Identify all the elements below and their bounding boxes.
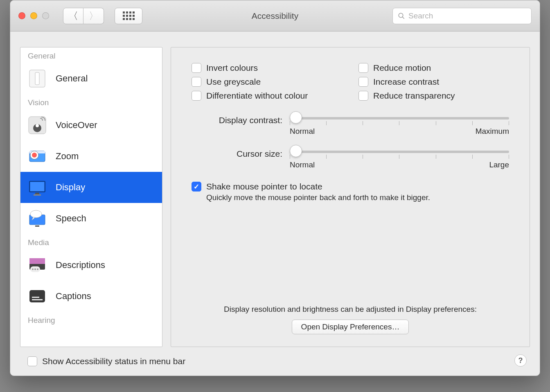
- close-window-button[interactable]: [18, 12, 25, 19]
- svg-rect-25: [32, 297, 39, 298]
- footer-text: Display resolution and brightness can be…: [171, 305, 530, 314]
- svg-point-10: [32, 153, 37, 158]
- menubar-status-checkbox[interactable]: [27, 356, 37, 366]
- cursor-size-slider[interactable]: Normal Large: [290, 148, 509, 169]
- cursor-min-label: Normal: [290, 160, 315, 169]
- increase-contrast-row: Increase contrast: [358, 77, 509, 87]
- greyscale-row: Use greyscale: [192, 77, 342, 87]
- sidebar-item-display[interactable]: Display: [20, 172, 162, 203]
- shake-block: Shake mouse pointer to locate Quickly mo…: [192, 182, 509, 202]
- shake-row: Shake mouse pointer to locate: [192, 182, 509, 191]
- sidebar-item-label: General: [56, 73, 88, 84]
- invert-colours-row: Invert colours: [192, 63, 342, 73]
- search-icon: [398, 12, 405, 20]
- sidebar-item-speech[interactable]: Speech: [20, 203, 162, 234]
- window-title: Accessibility: [252, 11, 298, 21]
- sidebar-item-label: Descriptions: [56, 260, 105, 270]
- open-display-preferences-button[interactable]: Open Display Preferences…: [292, 320, 409, 334]
- show-all-button[interactable]: [115, 8, 142, 24]
- back-button[interactable]: 〈: [63, 8, 83, 24]
- contrast-max-label: Maximum: [476, 127, 509, 136]
- sidebar-item-label: Speech: [56, 213, 86, 224]
- svg-rect-24: [29, 290, 45, 302]
- menubar-status-row: Show Accessibility status in menu bar: [27, 356, 185, 366]
- cursor-size-row: Cursor size: Normal Large: [200, 148, 509, 169]
- cursor-max-label: Large: [489, 160, 509, 169]
- svg-point-6: [36, 124, 39, 127]
- grid-icon: [123, 11, 135, 20]
- shake-label: Shake mouse pointer to locate: [206, 182, 322, 191]
- invert-colours-label: Invert colours: [206, 63, 258, 73]
- minimize-window-button[interactable]: [30, 12, 37, 19]
- nav-buttons: 〈 〉: [63, 8, 104, 24]
- shake-description: Quickly move the mouse pointer back and …: [206, 193, 509, 202]
- detail-pane: Invert colours Reduce motion Use greysca…: [171, 47, 530, 347]
- sliders: Display contrast: Normal Maximum Cursor …: [192, 115, 509, 169]
- sidebar-item-descriptions[interactable]: Descriptions: [20, 250, 162, 281]
- reduce-motion-row: Reduce motion: [358, 63, 509, 73]
- svg-point-23: [37, 268, 38, 270]
- differentiate-checkbox[interactable]: [192, 91, 201, 101]
- chevron-right-icon: 〉: [89, 9, 99, 23]
- differentiate-label: Differentiate without colour: [206, 91, 308, 101]
- sidebar-section-hearing: Hearing: [20, 312, 162, 327]
- increase-contrast-label: Increase contrast: [373, 77, 439, 87]
- search-field[interactable]: [392, 8, 532, 24]
- search-input[interactable]: [408, 11, 526, 20]
- svg-point-0: [399, 13, 403, 18]
- help-button[interactable]: ?: [514, 354, 527, 367]
- sidebar-item-general[interactable]: General: [20, 63, 162, 94]
- sidebar[interactable]: General General Vision VoiceOver: [20, 47, 162, 347]
- display-contrast-slider[interactable]: Normal Maximum: [290, 115, 509, 136]
- display-contrast-row: Display contrast: Normal Maximum: [200, 115, 509, 136]
- window: 〈 〉 Accessibility General: [10, 0, 540, 376]
- forward-button: 〉: [83, 8, 104, 24]
- svg-rect-19: [29, 258, 45, 264]
- sidebar-item-voiceover[interactable]: VoiceOver: [20, 110, 162, 141]
- svg-rect-16: [35, 225, 39, 227]
- greyscale-checkbox[interactable]: [192, 77, 201, 87]
- sidebar-item-captions[interactable]: Captions: [20, 281, 162, 312]
- differentiate-row: Differentiate without colour: [192, 91, 342, 101]
- svg-point-22: [34, 268, 36, 270]
- svg-point-21: [32, 268, 34, 270]
- greyscale-label: Use greyscale: [206, 77, 261, 87]
- sidebar-item-label: Zoom: [56, 151, 79, 162]
- reduce-transparency-checkbox[interactable]: [358, 91, 368, 101]
- captions-icon: [28, 287, 47, 306]
- sidebar-item-zoom[interactable]: Zoom: [20, 141, 162, 172]
- sidebar-section-vision: Vision: [20, 94, 162, 110]
- increase-contrast-checkbox[interactable]: [358, 77, 368, 87]
- content: General General Vision VoiceOver: [10, 32, 540, 347]
- zoom-icon: [28, 147, 47, 166]
- sidebar-section-media: Media: [20, 234, 162, 250]
- menubar-status-label: Show Accessibility status in menu bar: [42, 356, 185, 366]
- display-contrast-label: Display contrast:: [200, 115, 290, 125]
- reduce-transparency-label: Reduce transparency: [373, 91, 455, 101]
- svg-rect-14: [34, 194, 41, 196]
- bottom-bar: Show Accessibility status in menu bar ?: [10, 347, 540, 376]
- svg-rect-26: [32, 299, 43, 300]
- display-icon: [28, 178, 47, 197]
- slider-knob[interactable]: [290, 145, 302, 157]
- traffic-lights: [18, 12, 49, 19]
- descriptions-icon: [28, 256, 47, 275]
- reduce-motion-checkbox[interactable]: [358, 63, 368, 73]
- sidebar-item-label: Captions: [56, 291, 91, 302]
- titlebar: 〈 〉 Accessibility: [10, 0, 540, 32]
- svg-rect-3: [35, 72, 39, 85]
- chevron-left-icon: 〈: [68, 9, 78, 23]
- shake-checkbox[interactable]: [192, 182, 201, 191]
- sidebar-section-general: General: [20, 47, 162, 63]
- contrast-min-label: Normal: [290, 127, 315, 136]
- slider-knob[interactable]: [290, 111, 302, 124]
- voiceover-icon: [28, 116, 47, 135]
- fullscreen-window-button: [42, 12, 49, 19]
- svg-point-17: [30, 210, 42, 218]
- display-options: Invert colours Reduce motion Use greysca…: [192, 63, 509, 101]
- invert-colours-checkbox[interactable]: [192, 63, 201, 73]
- speech-icon: [28, 209, 47, 228]
- general-icon: [28, 69, 47, 88]
- reduce-motion-label: Reduce motion: [373, 63, 431, 73]
- cursor-size-label: Cursor size:: [200, 148, 290, 159]
